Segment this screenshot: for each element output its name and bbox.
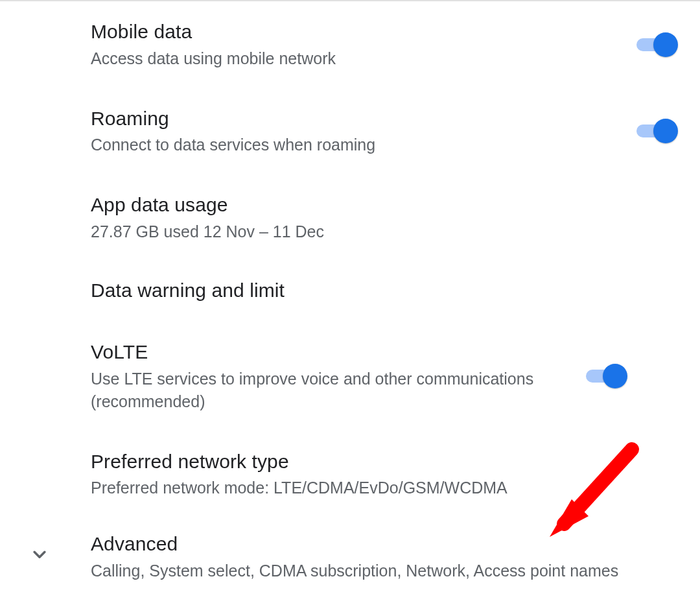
row-text: Mobile data Access data using mobile net… bbox=[91, 19, 621, 70]
toggle-mobile-data[interactable] bbox=[636, 32, 674, 57]
row-text: Preferred network type Preferred network… bbox=[91, 449, 674, 500]
row-title: Data warning and limit bbox=[91, 278, 674, 303]
toggle-thumb bbox=[653, 119, 678, 143]
toggle-thumb bbox=[653, 32, 678, 57]
chevron-down-icon bbox=[27, 541, 52, 566]
toggle-volte[interactable] bbox=[586, 364, 624, 388]
row-subtitle: Connect to data services when roaming bbox=[91, 134, 621, 156]
row-title: Preferred network type bbox=[91, 449, 674, 474]
row-app-data-usage[interactable]: App data usage 27.87 GB used 12 Nov – 11… bbox=[0, 174, 700, 261]
row-text: App data usage 27.87 GB used 12 Nov – 11… bbox=[91, 193, 674, 243]
row-title: VoLTE bbox=[91, 340, 570, 364]
row-subtitle: Access data using mobile network bbox=[91, 47, 621, 70]
toggle-thumb bbox=[603, 364, 627, 388]
settings-list: Mobile data Access data using mobile net… bbox=[0, 1, 700, 600]
row-data-warning-limit[interactable]: Data warning and limit bbox=[0, 261, 700, 322]
toggle-roaming[interactable] bbox=[636, 119, 674, 143]
row-title: Mobile data bbox=[91, 19, 621, 44]
row-subtitle: 27.87 GB used 12 Nov – 11 Dec bbox=[91, 220, 674, 243]
row-subtitle: Use LTE services to improve voice and ot… bbox=[91, 368, 570, 413]
row-text: VoLTE Use LTE services to improve voice … bbox=[91, 340, 570, 413]
row-subtitle: Calling, System select, CDMA subscriptio… bbox=[91, 560, 674, 582]
row-title: App data usage bbox=[91, 193, 674, 217]
row-text: Roaming Connect to data services when ro… bbox=[91, 106, 621, 157]
row-subtitle: Preferred network mode: LTE/CDMA/EvDo/GS… bbox=[91, 477, 674, 499]
row-title: Advanced bbox=[91, 532, 674, 556]
row-mobile-data[interactable]: Mobile data Access data using mobile net… bbox=[0, 1, 700, 88]
row-advanced[interactable]: Advanced Calling, System select, CDMA su… bbox=[0, 517, 700, 600]
row-title: Roaming bbox=[91, 106, 621, 131]
row-text: Advanced Calling, System select, CDMA su… bbox=[91, 532, 674, 582]
row-roaming[interactable]: Roaming Connect to data services when ro… bbox=[0, 88, 700, 175]
row-volte[interactable]: VoLTE Use LTE services to improve voice … bbox=[0, 322, 700, 431]
row-preferred-network-type[interactable]: Preferred network type Preferred network… bbox=[0, 431, 700, 518]
row-text: Data warning and limit bbox=[91, 278, 674, 303]
